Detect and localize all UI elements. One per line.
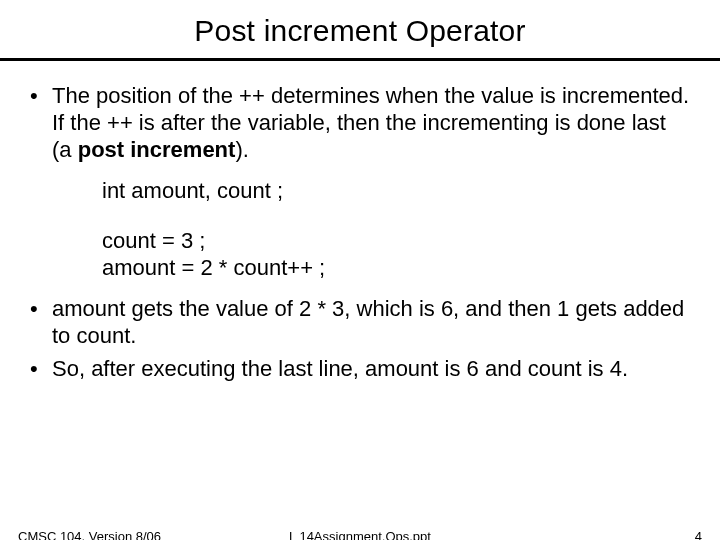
bullets-top: The position of the ++ determines when t… [30,83,690,163]
footer-center: L 14Assignment.Ops.ppt [0,529,720,540]
bullet-item: So, after executing the last line, amoun… [30,356,690,383]
bullet-item: The position of the ++ determines when t… [30,83,690,163]
code-line: count = 3 ; [102,227,690,255]
bullets-bottom: amount gets the value of 2 * 3, which is… [30,296,690,382]
footer-right: 4 [695,529,702,540]
slide-title: Post increment Operator [0,14,720,48]
code-line: int amount, count ; [102,177,690,205]
title-divider [0,58,720,61]
bullet-text-bold: post increment [78,137,236,162]
code-block: int amount, count ; count = 3 ; amount =… [102,177,690,282]
bullet-item: amount gets the value of 2 * 3, which is… [30,296,690,350]
code-line: amount = 2 * count++ ; [102,254,690,282]
code-blank-line [102,205,690,227]
bullet-text-post: ). [235,137,248,162]
slide: Post increment Operator The position of … [0,14,720,540]
slide-content: The position of the ++ determines when t… [0,83,720,382]
